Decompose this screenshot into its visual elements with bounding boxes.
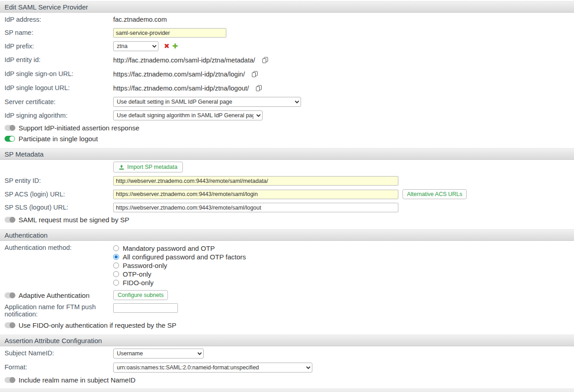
row-sp-name: SP name: xyxy=(0,26,574,39)
assertion-attributes-title: Assertion Attributes xyxy=(14,390,73,392)
radio-icon[interactable] xyxy=(113,280,119,286)
sp-name-label: SP name: xyxy=(5,29,113,37)
idp-entity-value: http://fac.ztnademo.com/saml-idp/ztna/me… xyxy=(113,57,255,64)
row-nameid-format: Format: urn:oasis:names:tc:SAML:2.0:name… xyxy=(0,360,574,374)
row-idp-slo: IdP single logout URL: https://fac.ztnad… xyxy=(0,81,574,95)
nameid-format-select[interactable]: urn:oasis:names:tc:SAML:2.0:nameid-forma… xyxy=(113,363,312,373)
row-idp-entity: IdP entity id: http://fac.ztnademo.com/s… xyxy=(0,53,574,67)
row-realm-toggle: Include realm name in subject NameID xyxy=(0,374,574,385)
signing-alg-select[interactable]: Use default signing algorithm in SAML Id… xyxy=(113,110,263,120)
row-sp-sls: SP SLS (logout) URL: xyxy=(0,201,574,214)
radio-icon[interactable] xyxy=(113,263,119,268)
auth-method-options: Mandatory password and OTPAll configured… xyxy=(113,244,246,287)
row-sp-entity: SP entity ID: xyxy=(0,174,574,187)
saml-signed-toggle-label: SAML request must be signed by SP xyxy=(19,216,129,224)
sp-entity-input[interactable] xyxy=(113,176,398,186)
auth-method-option-label: Password-only xyxy=(123,262,167,269)
include-realm-toggle[interactable] xyxy=(5,377,15,383)
sp-acs-label: SP ACS (login) URL: xyxy=(5,191,113,198)
sp-sls-label: SP SLS (logout) URL: xyxy=(5,204,113,211)
idp-address-value: fac.ztnademo.com xyxy=(113,16,167,23)
copy-icon[interactable] xyxy=(255,85,263,92)
configure-subnets-label: Configure subnets xyxy=(118,292,163,298)
authentication-title: Authentication xyxy=(5,229,48,241)
row-adaptive-toggle: Adaptive Authentication Configure subnet… xyxy=(0,289,574,301)
page-title: Edit SAML Service Provider xyxy=(0,1,574,13)
nameid-format-label: Format: xyxy=(5,363,113,371)
sp-entity-label: SP entity ID: xyxy=(5,177,113,185)
auth-method-option-label: Mandatory password and OTP xyxy=(123,244,215,252)
radio-icon[interactable] xyxy=(113,271,119,277)
row-subject-nameid: Subject NameID: Username xyxy=(0,346,574,360)
idp-sso-value: https://fac.ztnademo.com/saml-idp/ztna/l… xyxy=(113,71,245,78)
auth-method-option-label: All configured password and OTP factors xyxy=(123,253,246,261)
adaptive-auth-toggle-label: Adaptive Authentication xyxy=(19,292,113,299)
row-signing-alg: IdP signing algorithm: Use default signi… xyxy=(0,109,574,122)
row-ftm-app-name: Application name for FTM push notificati… xyxy=(0,301,574,320)
fido-only-toggle-label: Use FIDO-only authentication if requeste… xyxy=(19,321,177,329)
copy-icon[interactable] xyxy=(251,71,258,78)
copy-icon[interactable] xyxy=(262,57,269,64)
sp-acs-input[interactable] xyxy=(113,190,398,199)
auth-method-option-3[interactable]: OTP-only xyxy=(113,270,246,278)
radio-icon[interactable] xyxy=(113,254,119,260)
sp-sls-input[interactable] xyxy=(113,203,398,212)
delete-prefix-icon[interactable]: ✖ xyxy=(164,42,170,50)
single-logout-toggle-label: Participate in single logout xyxy=(19,135,98,143)
upload-icon xyxy=(119,164,124,170)
row-saml-signed-toggle: SAML request must be signed by SP xyxy=(0,214,574,225)
include-realm-toggle-label: Include realm name in subject NameID xyxy=(19,376,135,384)
single-logout-toggle[interactable] xyxy=(5,136,15,142)
ftm-app-name-label: Application name for FTM push notificati… xyxy=(5,303,113,318)
idp-initiated-toggle-label: Support IdP-initiated assertion response xyxy=(19,124,139,132)
auth-method-option-1[interactable]: All configured password and OTP factors xyxy=(113,253,246,261)
section-assertion-config: Assertion Attribute Configuration xyxy=(0,335,574,346)
subject-nameid-select[interactable]: Username xyxy=(113,349,204,359)
sp-metadata-title: SP Metadata xyxy=(5,148,43,160)
row-idp-address: IdP address: fac.ztnademo.com xyxy=(0,13,574,26)
auth-method-option-label: FIDO-only xyxy=(123,279,153,287)
radio-icon[interactable] xyxy=(113,245,119,251)
import-sp-metadata-button[interactable]: Import SP metadata xyxy=(113,162,183,172)
fido-only-toggle[interactable] xyxy=(5,322,15,328)
auth-method-label: Authentication method: xyxy=(5,244,113,252)
adaptive-auth-toggle[interactable] xyxy=(5,292,15,298)
ftm-app-name-input[interactable] xyxy=(113,303,178,313)
edit-saml-sp-page: Edit SAML Service Provider IdP address: … xyxy=(0,0,574,392)
configure-subnets-button[interactable]: Configure subnets xyxy=(113,290,168,300)
idp-address-label: IdP address: xyxy=(5,16,113,24)
add-prefix-icon[interactable]: ✚ xyxy=(172,42,178,50)
idp-slo-value: https://fac.ztnademo.com/saml-idp/ztna/l… xyxy=(113,85,249,92)
signing-alg-label: IdP signing algorithm: xyxy=(5,112,113,120)
row-auth-method: Authentication method: Mandatory passwor… xyxy=(0,241,574,289)
section-sp-metadata: SP Metadata xyxy=(0,148,574,160)
page-title-text: Edit SAML Service Provider xyxy=(5,1,88,13)
sp-name-input[interactable] xyxy=(113,28,226,38)
idp-entity-label: IdP entity id: xyxy=(5,56,113,64)
saml-signed-toggle[interactable] xyxy=(5,217,15,223)
assertion-config-title: Assertion Attribute Configuration xyxy=(5,335,102,346)
auth-method-option-label: OTP-only xyxy=(123,270,151,278)
row-idp-sso: IdP single sign-on URL: https://fac.ztna… xyxy=(0,67,574,81)
subject-nameid-label: Subject NameID: xyxy=(5,349,113,357)
auth-method-option-4[interactable]: FIDO-only xyxy=(113,278,246,287)
row-idp-initiated-toggle: Support IdP-initiated assertion response xyxy=(0,122,574,133)
auth-method-option-2[interactable]: Password-only xyxy=(113,261,246,270)
idp-initiated-toggle[interactable] xyxy=(5,125,15,131)
auth-method-option-0[interactable]: Mandatory password and OTP xyxy=(113,244,246,253)
row-fido-toggle: Use FIDO-only authentication if requeste… xyxy=(0,320,574,330)
idp-prefix-select[interactable]: ztna xyxy=(113,41,158,51)
row-single-logout-toggle: Participate in single logout xyxy=(0,133,574,144)
row-idp-prefix: IdP prefix: ztna ✖ ✚ xyxy=(0,39,574,53)
server-cert-select[interactable]: Use default setting in SAML IdP General … xyxy=(113,97,301,107)
row-server-cert: Server certificate: Use default setting … xyxy=(0,95,574,109)
row-sp-acs: SP ACS (login) URL: Alternative ACS URLs xyxy=(0,187,574,201)
server-cert-label: Server certificate: xyxy=(5,98,113,106)
alternative-acs-urls-label: Alternative ACS URLs xyxy=(407,191,462,197)
idp-slo-label: IdP single logout URL: xyxy=(5,84,113,92)
idp-sso-label: IdP single sign-on URL: xyxy=(5,70,113,78)
section-authentication: Authentication xyxy=(0,229,574,241)
idp-prefix-label: IdP prefix: xyxy=(5,43,113,50)
section-assertion-attributes[interactable]: + Assertion Attributes xyxy=(0,388,574,392)
alternative-acs-urls-button[interactable]: Alternative ACS URLs xyxy=(402,189,467,199)
